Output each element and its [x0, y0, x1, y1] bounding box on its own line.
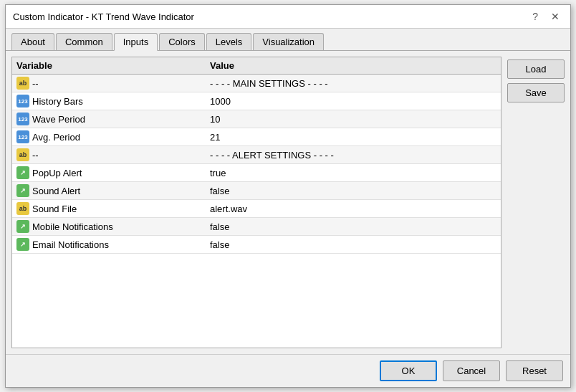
variable-label: -- [32, 78, 39, 89]
variable-cell: ↗Mobile Notifications [16, 220, 210, 233]
variable-label: Avg. Period [32, 132, 80, 143]
table-row[interactable]: ↗Email Notificationsfalse [12, 236, 501, 254]
variable-cell: 123Wave Period [16, 113, 210, 125]
variable-label: PopUp Alert [32, 168, 82, 178]
tab-colors[interactable]: Colors [159, 33, 205, 50]
value-cell: alert.wav [210, 204, 496, 214]
tab-visualization[interactable]: Visualization [253, 33, 324, 50]
load-button[interactable]: Load [507, 59, 565, 79]
column-value-header: Value [210, 60, 496, 71]
ab-icon: ab [16, 77, 29, 90]
ab-icon: ab [16, 148, 29, 161]
table-row[interactable]: 123Wave Period10 [12, 110, 501, 128]
variable-label: Mobile Notifications [32, 221, 113, 232]
table-row[interactable]: ab--- - - - MAIN SETTINGS - - - - [12, 75, 501, 92]
value-cell: - - - - MAIN SETTINGS - - - - [210, 78, 496, 89]
table-row[interactable]: ↗Mobile Notificationsfalse [12, 218, 501, 236]
variable-label: History Bars [32, 96, 83, 107]
arrow-icon: ↗ [16, 184, 29, 197]
variable-label: Sound File [32, 204, 77, 214]
123-icon: 123 [16, 130, 29, 143]
reset-button[interactable]: Reset [506, 360, 563, 381]
table-row[interactable]: abSound Filealert.wav [12, 200, 501, 218]
ab-icon: ab [16, 202, 29, 215]
variable-cell: 123Avg. Period [16, 130, 210, 143]
value-cell: false [210, 239, 496, 250]
title-bar-buttons: ? ✕ [529, 9, 563, 24]
save-button[interactable]: Save [507, 83, 565, 102]
value-cell: 21 [210, 132, 496, 143]
arrow-icon: ↗ [16, 220, 29, 233]
column-variable-header: Variable [16, 60, 210, 71]
variable-cell: ab-- [16, 148, 210, 161]
variable-label: Email Notifications [32, 239, 109, 250]
arrow-icon: ↗ [16, 238, 29, 251]
variable-cell: ↗PopUp Alert [16, 166, 210, 179]
bottom-bar: OK Cancel Reset [6, 354, 570, 387]
value-cell: - - - - ALERT SETTINGS - - - - [210, 150, 496, 161]
close-button[interactable]: ✕ [547, 9, 563, 24]
value-cell: false [210, 221, 496, 232]
variable-label: Sound Alert [32, 186, 80, 196]
value-cell: false [210, 186, 496, 196]
123-icon: 123 [16, 95, 29, 107]
table-header: Variable Value [12, 57, 501, 75]
variable-cell: ↗Sound Alert [16, 184, 210, 197]
table-row[interactable]: 123Avg. Period21 [12, 128, 501, 146]
content-area: Variable Value ab--- - - - MAIN SETTINGS… [6, 51, 570, 354]
variable-label: -- [32, 150, 39, 161]
dialog-title: Custom Indicator - KT Trend Wave Indicat… [13, 11, 194, 22]
tab-common[interactable]: Common [56, 33, 112, 50]
table-body: ab--- - - - MAIN SETTINGS - - - -123Hist… [12, 75, 501, 254]
ok-button[interactable]: OK [380, 360, 437, 381]
help-button[interactable]: ? [529, 9, 542, 24]
side-buttons: Load Save [507, 57, 565, 348]
variable-cell: ab-- [16, 77, 210, 90]
value-cell: true [210, 168, 496, 178]
dialog: Custom Indicator - KT Trend Wave Indicat… [5, 4, 571, 388]
tabs-bar: AboutCommonInputsColorsLevelsVisualizati… [6, 29, 570, 51]
title-bar: Custom Indicator - KT Trend Wave Indicat… [6, 5, 570, 29]
arrow-icon: ↗ [16, 166, 29, 179]
value-cell: 1000 [210, 96, 496, 107]
tab-inputs[interactable]: Inputs [114, 33, 158, 51]
variable-label: Wave Period [32, 114, 85, 125]
tab-levels[interactable]: Levels [206, 33, 252, 50]
tab-about[interactable]: About [11, 33, 54, 50]
value-cell: 10 [210, 114, 496, 125]
variable-cell: 123History Bars [16, 95, 210, 107]
123-icon: 123 [16, 113, 29, 125]
table-panel: Variable Value ab--- - - - MAIN SETTINGS… [11, 57, 501, 348]
cancel-button[interactable]: Cancel [443, 360, 500, 381]
table-row[interactable]: ↗PopUp Alerttrue [12, 164, 501, 182]
variable-cell: ↗Email Notifications [16, 238, 210, 251]
table-row[interactable]: ab--- - - - ALERT SETTINGS - - - - [12, 146, 501, 164]
table-row[interactable]: ↗Sound Alertfalse [12, 182, 501, 200]
variable-cell: abSound File [16, 202, 210, 215]
table-row[interactable]: 123History Bars1000 [12, 92, 501, 110]
